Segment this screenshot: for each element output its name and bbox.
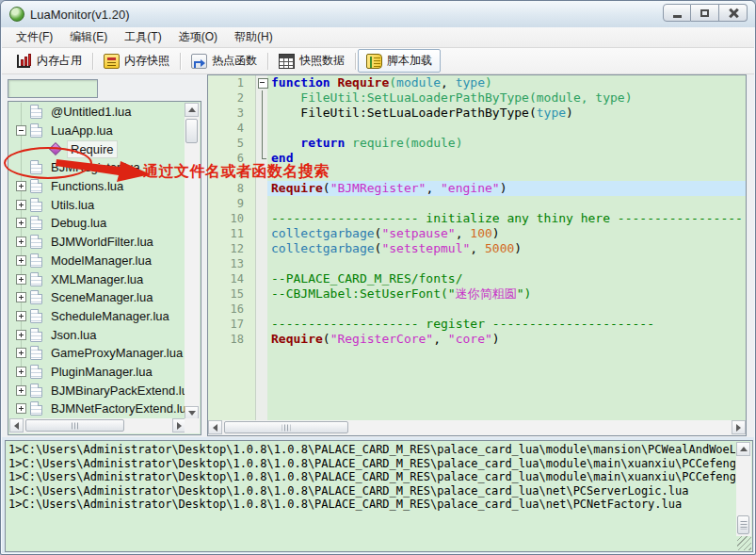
tree-item[interactable]: Utils.lua bbox=[9, 195, 186, 214]
expand-icon[interactable] bbox=[16, 237, 26, 247]
log-line: 1>C:\Users\Administrator\Desktop\1.0.8\1… bbox=[8, 457, 735, 471]
code-token: "BJMRegister" bbox=[330, 181, 426, 195]
tree-item[interactable]: Debug.lua bbox=[9, 214, 186, 233]
resize-grip[interactable] bbox=[737, 536, 751, 550]
expand-icon[interactable] bbox=[16, 181, 26, 191]
expand-icon[interactable] bbox=[16, 367, 26, 377]
tree-item[interactable]: BJMBinaryPackExtend.lua bbox=[9, 381, 186, 400]
minimize-icon bbox=[673, 15, 682, 18]
tree-item[interactable]: Require bbox=[9, 139, 186, 158]
menu-tools[interactable]: 工具(T) bbox=[116, 26, 169, 48]
tree-item[interactable]: ScheduleManager.lua bbox=[9, 307, 186, 326]
code-line[interactable]: Require("RegisterCore", "core") bbox=[267, 332, 746, 347]
code-fold-margin[interactable] bbox=[255, 75, 267, 420]
tree-item[interactable]: LuaApp.lua bbox=[9, 122, 186, 140]
code-token: , bbox=[470, 241, 485, 255]
code-token bbox=[345, 136, 352, 150]
tree-item[interactable]: Json.lua bbox=[9, 325, 186, 344]
expand-icon[interactable] bbox=[16, 311, 26, 321]
expand-icon[interactable] bbox=[16, 274, 26, 285]
tree-item-label: ScheduleManager.lua bbox=[48, 308, 172, 324]
expand-icon[interactable] bbox=[16, 403, 26, 414]
lua-file-icon bbox=[30, 179, 42, 193]
log-line: 1>C:\Users\Administrator\Desktop\1.0.8\1… bbox=[8, 470, 735, 484]
code-line[interactable]: FileUtil:SetLuaLoaderPathByType(type) bbox=[267, 106, 746, 121]
tree-item[interactable]: Functions.lua bbox=[9, 177, 186, 196]
tree-horizontal-scrollbar[interactable] bbox=[9, 418, 186, 433]
code-line[interactable] bbox=[267, 302, 746, 317]
expand-icon[interactable] bbox=[16, 218, 26, 228]
expand-icon[interactable] bbox=[16, 200, 26, 210]
lua-file-icon bbox=[30, 123, 42, 138]
fold-collapse-icon[interactable] bbox=[256, 75, 267, 90]
fold-margin-row bbox=[256, 196, 267, 211]
tab-script-load[interactable]: 脚本加载 bbox=[358, 49, 441, 73]
expand-icon[interactable] bbox=[16, 292, 26, 302]
code-line[interactable]: FileUtil:SetLuaLoaderPathByType(module, … bbox=[267, 90, 746, 106]
expand-icon[interactable] bbox=[16, 385, 26, 396]
code-line[interactable]: collectgarbage("setstepmul", 5000) bbox=[267, 241, 746, 256]
code-line[interactable]: function Require(module, type) bbox=[267, 75, 746, 90]
tree-item[interactable]: XMLManager.lua bbox=[9, 269, 186, 288]
code-line[interactable]: -------------------- initialize any thin… bbox=[267, 211, 746, 226]
log-vertical-scrollbar[interactable] bbox=[736, 442, 751, 536]
code-line[interactable]: collectgarbage("setpause", 100) bbox=[267, 226, 746, 241]
code-line[interactable]: end bbox=[267, 151, 746, 166]
tree-item[interactable]: GameProxyManager.lua bbox=[9, 344, 186, 363]
menu-options[interactable]: 选项(O) bbox=[170, 26, 226, 48]
lua-file-icon bbox=[30, 384, 42, 398]
tree-item[interactable]: BJMRegister.lua bbox=[9, 158, 186, 177]
expand-icon[interactable] bbox=[16, 255, 26, 266]
tree-item[interactable]: ModelManager.lua bbox=[9, 252, 186, 270]
code-area[interactable]: function Require(module, type) FileUtil:… bbox=[267, 75, 746, 420]
editor-horizontal-scrollbar[interactable] bbox=[208, 420, 746, 435]
expand-icon[interactable] bbox=[16, 330, 26, 340]
code-token: 迷你简粗圆 bbox=[456, 286, 517, 301]
fold-margin-row bbox=[256, 332, 267, 347]
tab-hot-functions[interactable]: 热点函数 bbox=[183, 49, 265, 73]
line-number: 11 bbox=[208, 226, 255, 241]
menu-edit[interactable]: 编辑(E) bbox=[61, 26, 116, 48]
minimize-button[interactable] bbox=[663, 4, 691, 22]
code-token: --PALACE_CARD_M_RES/fonts/ bbox=[271, 271, 463, 286]
code-token: require(module) bbox=[352, 136, 462, 150]
code-line[interactable]: --CBJMLabel:SetUserFont("迷你简粗圆") bbox=[267, 286, 746, 302]
log-line: 1>C:\Users\Administrator\Desktop\1.0.8\1… bbox=[8, 443, 735, 457]
code-editor[interactable]: 123456789101112131415161718 function Req… bbox=[207, 74, 747, 436]
tab-memory-usage[interactable]: 内存占用 bbox=[8, 49, 90, 73]
title-bar[interactable]: LuaMonitor(v1.20) bbox=[1, 1, 755, 27]
tab-memory-snapshot[interactable]: 内存快照 bbox=[95, 49, 178, 73]
collapse-icon[interactable] bbox=[16, 125, 26, 136]
code-line[interactable] bbox=[267, 121, 746, 136]
tree-item[interactable]: PluginManager.lua bbox=[9, 363, 186, 382]
line-number: 10 bbox=[208, 211, 255, 226]
maximize-button[interactable] bbox=[691, 4, 719, 22]
tree-vertical-scrollbar[interactable] bbox=[185, 103, 200, 420]
code-line-highlighted[interactable]: Require("BJMRegister", "engine") bbox=[267, 181, 746, 196]
tree-item-label: @Untitled1.lua bbox=[48, 104, 134, 120]
search-input[interactable] bbox=[8, 79, 98, 98]
close-button[interactable] bbox=[719, 4, 748, 22]
fold-margin-row bbox=[256, 302, 267, 317]
toolbar-separator bbox=[92, 53, 93, 70]
tree-item[interactable]: SceneManager.lua bbox=[9, 288, 186, 307]
code-token: ) bbox=[492, 226, 500, 240]
expand-icon[interactable] bbox=[16, 348, 26, 358]
code-line[interactable] bbox=[267, 166, 746, 181]
code-line[interactable] bbox=[267, 256, 746, 271]
code-line[interactable]: -------------------- register ----------… bbox=[267, 317, 746, 332]
tree-item[interactable]: @Untitled1.lua bbox=[9, 103, 186, 122]
code-line[interactable]: return require(module) bbox=[267, 136, 746, 151]
tree-item[interactable]: BJMWorldFilter.lua bbox=[9, 233, 186, 252]
data-table-icon bbox=[279, 54, 295, 69]
code-line[interactable] bbox=[267, 196, 746, 211]
tab-snapshot-data[interactable]: 快照数据 bbox=[270, 49, 353, 73]
code-token: "engine" bbox=[441, 181, 500, 195]
menu-file[interactable]: 文件(F) bbox=[8, 26, 61, 48]
code-line[interactable]: --PALACE_CARD_M_RES/fonts/ bbox=[267, 271, 746, 286]
log-panel[interactable]: 1>C:\Users\Administrator\Desktop\1.0.8\1… bbox=[5, 440, 753, 552]
menu-help[interactable]: 帮助(H) bbox=[226, 26, 281, 48]
fold-margin-row bbox=[256, 271, 267, 286]
code-token: "RegisterCore" bbox=[330, 332, 434, 346]
tree-item[interactable]: BJMNetFactoryExtend.lua bbox=[9, 400, 186, 418]
